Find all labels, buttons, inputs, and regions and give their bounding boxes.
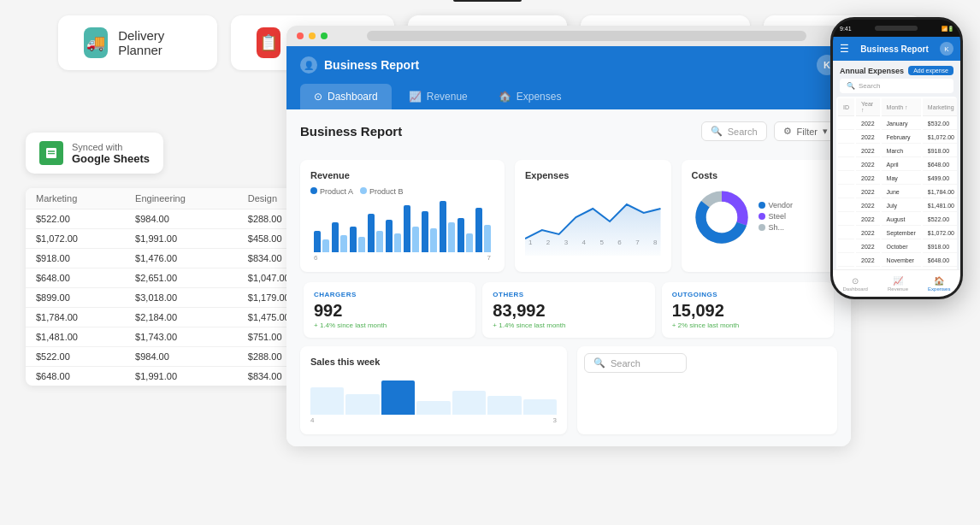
- list-item: 2022September$1,072.00: [838, 227, 957, 239]
- delivery-icon: 🚚: [84, 27, 108, 58]
- list-item: 2022March$918.00: [838, 145, 957, 157]
- app-header: 👤 Business Report K: [286, 46, 851, 84]
- phone-table-container: ID Year ↑ Month ↑ Marketing 2022January$…: [836, 97, 957, 269]
- expenses-icon: 🏠: [499, 91, 511, 103]
- search-icon: 🔍: [711, 126, 723, 137]
- list-item: 2022July$1,481.00: [838, 200, 957, 212]
- list-item: 2022February$1,072.00: [838, 132, 957, 144]
- revenue-legend: Product A Product B: [310, 187, 494, 196]
- col-engineering: Engineering: [125, 188, 238, 209]
- table-cell: $918.00: [26, 249, 125, 268]
- gs-icon: [39, 141, 63, 165]
- revenue-chart-title: Revenue: [310, 170, 494, 180]
- list-item: 2022April$648.00: [838, 159, 957, 171]
- header-title: Business Report: [324, 58, 419, 72]
- phone-notch-bar: [875, 26, 918, 31]
- phone-data-table: ID Year ↑ Month ↑ Marketing 2022January$…: [836, 97, 957, 269]
- gs-title: Google Sheets: [72, 152, 150, 165]
- list-item: 2022May$499.00: [838, 173, 957, 185]
- phone-add-expense-button[interactable]: Add expense: [908, 66, 953, 75]
- bar-product-a: [475, 208, 482, 252]
- search-icon-2: 🔍: [593, 357, 605, 369]
- bar-product-a: [386, 220, 393, 252]
- section-title: Business Report: [300, 124, 402, 139]
- phone-notch: 9:41 📶🔋: [833, 20, 960, 37]
- stat-outgoings: OUTGOINGS 15,092 + 2% since last month: [662, 282, 834, 338]
- bar-product-a: [458, 218, 464, 252]
- sales-search[interactable]: 🔍 Search: [584, 353, 687, 373]
- gs-text-block: Synced with Google Sheets: [72, 142, 150, 165]
- bar-product-a: [368, 214, 375, 252]
- bar-product-b: [412, 227, 419, 252]
- table-cell: $1,991.00: [125, 367, 238, 386]
- app-body: Business Report 🔍 Search ⚙ Filter ▾ Reve…: [286, 109, 851, 446]
- bar-group: [404, 205, 419, 252]
- bar-product-b: [430, 228, 437, 252]
- phone-bottom-nav: ⊙ Dashboard 📈 Revenue 🏠 Expenses: [833, 269, 960, 297]
- costs-chart-card: Costs Vendor Steel Sh...: [682, 160, 838, 272]
- list-item: 2022August$522.00: [838, 214, 957, 226]
- bar-group: [332, 222, 347, 252]
- table-cell: $522.00: [26, 209, 125, 229]
- expenses-chart-title: Expenses: [525, 170, 661, 180]
- phone-time: 9:41: [840, 26, 852, 32]
- sales-card: Sales this week 4 3: [300, 346, 567, 434]
- bar-group: [368, 214, 383, 252]
- app-tab-dashboard[interactable]: ⊙ Dashboard: [300, 84, 392, 109]
- bar-product-b: [340, 235, 347, 252]
- table-cell: $3,018.00: [125, 288, 238, 308]
- app-tab-revenue[interactable]: 📈 Revenue: [395, 84, 481, 109]
- table-cell: $1,476.00: [125, 249, 238, 268]
- phone-mockup: 9:41 📶🔋 ☰ Business Report K Annual Expen…: [830, 17, 963, 299]
- phone-search-icon: 🔍: [847, 82, 855, 90]
- bar-group: [475, 208, 491, 252]
- phone-search-box[interactable]: 🔍 Search: [840, 79, 953, 93]
- app-nav: ⊙ Dashboard 📈 Revenue 🏠 Expenses: [286, 84, 851, 109]
- phone-revenue-icon: 📈: [893, 276, 903, 286]
- list-item: 2022November$648.00: [838, 255, 957, 267]
- phone-hamburger-icon[interactable]: ☰: [840, 43, 849, 55]
- bar-group: [458, 218, 473, 252]
- table-cell: $984.00: [125, 209, 238, 229]
- phone-nav-expenses[interactable]: 🏠 Expenses: [928, 276, 950, 292]
- search-filter-bar: 🔍 Search ⚙ Filter ▾: [701, 121, 837, 141]
- bar-product-a: [314, 231, 321, 252]
- bar-product-b: [358, 237, 365, 252]
- bar-product-b: [466, 233, 473, 252]
- list-item: 2022June$1,784.00: [838, 186, 957, 198]
- bottom-row: Sales this week 4 3 🔍: [300, 346, 837, 434]
- costs-chart-title: Costs: [692, 170, 828, 180]
- app-tab-expenses[interactable]: 🏠 Expenses: [485, 84, 576, 109]
- search-box[interactable]: 🔍 Search: [701, 121, 767, 141]
- table-cell: $1,072.00: [26, 229, 125, 249]
- expenses-line-chart: [525, 187, 661, 239]
- table-cell: $899.00: [26, 288, 125, 308]
- table-cell: $984.00: [125, 347, 238, 367]
- inventory-icon: 📋: [257, 27, 280, 58]
- table-cell: $648.00: [26, 367, 125, 386]
- stat-chargers: CHARGERS 992 + 1.4% since last month: [304, 282, 475, 338]
- table-cell: $1,784.00: [26, 308, 125, 327]
- phone-nav-revenue[interactable]: 📈 Revenue: [888, 276, 908, 292]
- phone-avatar: K: [940, 42, 953, 56]
- phone-app-title: Business Report: [860, 44, 928, 54]
- filter-button[interactable]: ⚙ Filter ▾: [774, 121, 837, 141]
- table-cell: $1,991.00: [125, 229, 238, 249]
- search-card: 🔍 Search: [577, 346, 837, 434]
- stat-others: OTHERS 83,992 + 1.4% since last month: [482, 282, 654, 338]
- bar-group: [314, 231, 329, 252]
- table-cell: $2,184.00: [125, 308, 238, 327]
- phone-status-icons: 📶🔋: [942, 26, 953, 32]
- donut-legend: Vendor Steel Sh...: [759, 201, 794, 234]
- table-cell: $2,651.00: [125, 268, 238, 288]
- costs-donut: Vendor Steel Sh...: [692, 187, 828, 247]
- app-window: 👤 Business Report K ⊙ Dashboard 📈 Revenu…: [286, 26, 851, 446]
- table-cell: $522.00: [26, 347, 125, 367]
- bar-product-a: [422, 211, 428, 252]
- phone-nav-dashboard[interactable]: ⊙ Dashboard: [843, 276, 868, 292]
- url-bar[interactable]: [367, 31, 806, 41]
- bar-group: [350, 227, 365, 252]
- phone-expenses-icon: 🏠: [934, 276, 944, 286]
- bar-product-b: [376, 231, 383, 252]
- tab-delivery[interactable]: 🚚 Delivery Planner: [58, 15, 217, 70]
